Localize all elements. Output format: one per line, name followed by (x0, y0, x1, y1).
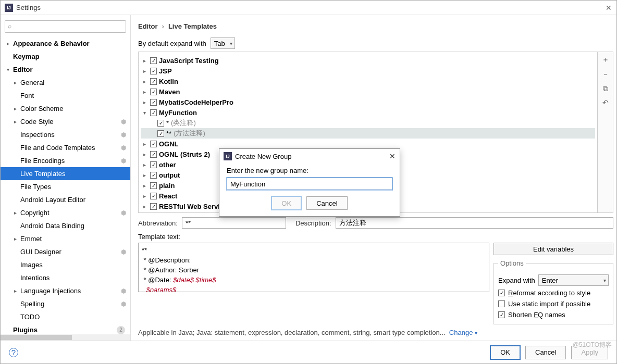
template-checkbox[interactable] (150, 193, 157, 199)
sidebar-item-code-style[interactable]: ▸Code Style⬢ (1, 115, 130, 128)
sidebar-item-label: Inspections (20, 131, 55, 139)
template-item[interactable]: JSP (141, 66, 595, 76)
sidebar-item-label: File and Code Templates (20, 144, 95, 152)
template-text-area[interactable]: ** * @Description: * @Author: Sorber * @… (138, 243, 489, 292)
help-icon[interactable]: ? (9, 348, 18, 357)
default-expand-select[interactable]: Tab (211, 37, 235, 49)
sidebar-item-label: Android Data Binding (20, 222, 84, 230)
sidebar-item-spelling[interactable]: Spelling⬢ (1, 297, 130, 310)
sidebar-item-editor[interactable]: ▾Editor (1, 63, 130, 76)
sidebar-item-emmet[interactable]: ▸Emmet (1, 232, 130, 245)
sidebar-item-inspections[interactable]: Inspections⬢ (1, 128, 130, 141)
add-icon[interactable]: ＋ (601, 55, 610, 65)
change-context-link[interactable]: Change ▾ (449, 329, 477, 336)
chevron-right-icon (141, 99, 148, 105)
sidebar-item-live-templates[interactable]: Live Templates (1, 167, 130, 180)
reformat-label[interactable]: Reformat according to style (508, 289, 590, 297)
description-input[interactable] (336, 217, 613, 229)
settings-tree[interactable]: ▸Appearance & BehaviorKeymap▾Editor▸Gene… (1, 35, 130, 341)
sidebar-item-keymap[interactable]: Keymap (1, 50, 130, 63)
sidebar-item-todo[interactable]: TODO (1, 310, 130, 323)
template-label: output (159, 171, 180, 179)
sidebar-item-general[interactable]: ▸General (1, 76, 130, 89)
template-checkbox[interactable] (150, 182, 157, 189)
template-item[interactable]: Maven (141, 86, 595, 97)
template-checkbox[interactable] (150, 99, 157, 106)
template-checkbox[interactable] (150, 151, 157, 158)
dialog-cancel-button[interactable]: Cancel (306, 196, 347, 210)
sidebar-item-gui-designer[interactable]: GUI Designer⬢ (1, 245, 130, 258)
sidebar-item-copyright[interactable]: ▸Copyright⬢ (1, 206, 130, 219)
description-label: Description: (295, 219, 331, 227)
template-item[interactable]: JavaScript Testing (141, 55, 595, 66)
template-checkbox[interactable] (150, 172, 157, 179)
template-checkbox[interactable] (150, 161, 157, 168)
template-item[interactable]: MybatisCodeHelperPro (141, 97, 595, 107)
scrollbar[interactable] (1, 334, 130, 341)
sidebar-item-label: Font (20, 92, 34, 99)
sidebar-item-label: Emmet (20, 235, 42, 243)
template-checkbox[interactable] (150, 141, 157, 147)
sidebar-item-label: General (20, 79, 44, 86)
chevron-down-icon: ▾ (5, 67, 11, 72)
sidebar-item-file-types[interactable]: File Types (1, 180, 130, 193)
template-hint: (类注释) (171, 118, 196, 128)
template-checkbox[interactable] (150, 89, 157, 95)
shorten-fq-label[interactable]: Shorten FQ names (508, 311, 565, 319)
sidebar-item-color-scheme[interactable]: ▸Color Scheme (1, 102, 130, 115)
template-checkbox[interactable] (150, 109, 157, 116)
sidebar-item-label: Appearance & Behavior (13, 40, 90, 47)
template-checkbox[interactable] (157, 130, 164, 137)
template-checkbox[interactable] (150, 203, 157, 210)
sidebar-item-android-layout-editor[interactable]: Android Layout Editor (1, 193, 130, 206)
template-item[interactable]: Kotlin (141, 76, 595, 86)
breadcrumb-a[interactable]: Editor (138, 22, 158, 30)
shorten-fq-checkbox[interactable] (498, 311, 505, 318)
revert-icon[interactable]: ↶ (601, 98, 610, 107)
template-checkbox[interactable] (150, 68, 157, 74)
reformat-checkbox[interactable] (498, 290, 505, 296)
template-label: other (159, 161, 176, 169)
template-label: MyFunction (159, 109, 197, 117)
template-checkbox[interactable] (157, 120, 164, 127)
template-label: JavaScript Testing (159, 57, 219, 65)
dialog-close-icon[interactable]: ✕ (389, 152, 396, 160)
chevron-right-icon (141, 79, 148, 84)
chevron-right-icon: ▸ (12, 210, 18, 216)
remove-icon[interactable]: － (601, 70, 610, 79)
group-name-input[interactable] (227, 178, 392, 190)
chevron-right-icon: ▸ (12, 80, 18, 85)
copy-icon[interactable]: ⧉ (601, 84, 610, 93)
cancel-button[interactable]: Cancel (525, 346, 566, 359)
template-checkbox[interactable] (150, 78, 157, 85)
sidebar-item-file-encodings[interactable]: File Encodings⬢ (1, 154, 130, 167)
template-item[interactable]: *(类注释) (141, 118, 595, 128)
dialog-ok-button[interactable]: OK (272, 196, 301, 210)
count-badge: 2 (117, 326, 125, 334)
sidebar-item-intentions[interactable]: Intentions (1, 271, 130, 284)
chevron-right-icon (141, 172, 148, 178)
sidebar-item-appearance-behavior[interactable]: ▸Appearance & Behavior (1, 37, 130, 50)
chevron-right-icon: › (162, 22, 164, 30)
template-item[interactable]: **(方法注释) (141, 128, 595, 139)
template-item[interactable]: OGNL (141, 139, 595, 149)
sidebar-item-font[interactable]: Font (1, 89, 130, 102)
template-label: ** (166, 130, 171, 137)
expand-with-select[interactable]: Enter (538, 274, 609, 286)
ok-button[interactable]: OK (490, 346, 520, 359)
template-details: Abbreviation: Description: Template text… (138, 213, 616, 341)
close-icon[interactable]: ✕ (605, 4, 612, 11)
sidebar-item-label: Code Style (20, 118, 54, 125)
template-checkbox[interactable] (150, 57, 157, 64)
sidebar-item-android-data-binding[interactable]: Android Data Binding (1, 219, 130, 232)
static-import-checkbox[interactable] (498, 300, 505, 307)
sidebar-item-language-injections[interactable]: ▸Language Injections⬢ (1, 284, 130, 297)
template-item[interactable]: MyFunction (141, 107, 595, 118)
edit-variables-button[interactable]: Edit variables (493, 243, 613, 255)
sidebar-item-file-and-code-templates[interactable]: File and Code Templates⬢ (1, 141, 130, 154)
static-import-label[interactable]: Use static import if possible (508, 300, 590, 308)
sidebar-item-images[interactable]: Images (1, 258, 130, 271)
template-label: JSP (159, 67, 172, 75)
search-input[interactable] (5, 20, 126, 33)
abbreviation-input[interactable] (182, 217, 286, 229)
